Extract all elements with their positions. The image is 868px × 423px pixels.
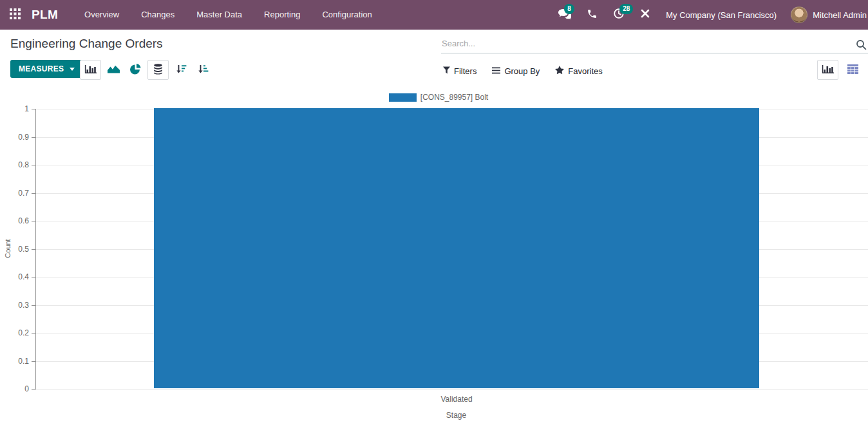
group-by-icon — [492, 66, 500, 76]
measures-button[interactable]: MEASURES — [10, 60, 83, 78]
measures-label: MEASURES — [19, 64, 64, 73]
search-icon[interactable] — [856, 39, 867, 53]
pivot-view-button[interactable] — [843, 61, 862, 80]
sort-ascending-icon — [198, 64, 209, 76]
y-tick-label: 0.8 — [18, 160, 29, 169]
sort-descending-icon — [176, 64, 187, 76]
y-tick-label: 0.7 — [18, 189, 29, 198]
view-switcher — [817, 60, 862, 80]
activities-badge: 28 — [619, 4, 633, 14]
y-tick-label: 0.1 — [18, 357, 29, 366]
favorites-label: Favorites — [568, 66, 602, 76]
group-by-button[interactable]: Group By — [492, 66, 540, 76]
y-tick-label: 0.5 — [18, 245, 29, 254]
bar-chart-type-button[interactable] — [80, 60, 101, 80]
group-by-label: Group By — [504, 66, 540, 76]
apps-menu-button[interactable] — [0, 0, 30, 30]
area-chart-icon — [107, 64, 120, 75]
search-bar — [441, 35, 868, 53]
y-tick-mark — [32, 165, 36, 165]
legend-swatch — [389, 93, 417, 102]
x-axis-title: Stage — [35, 411, 868, 420]
y-tick-mark — [32, 193, 36, 194]
control-panel: Engineering Change Orders — [0, 30, 868, 58]
search-input[interactable] — [441, 35, 850, 52]
y-tick-mark — [32, 137, 36, 138]
stacked-toggle-button[interactable] — [147, 60, 169, 80]
activities-button[interactable]: 28 — [605, 0, 632, 30]
y-tick-mark — [32, 277, 36, 277]
company-switcher[interactable]: My Company (San Francisco) — [666, 10, 777, 20]
y-axis-title: Count — [4, 239, 12, 258]
filters-label: Filters — [454, 66, 476, 76]
filter-funnel-icon — [443, 66, 450, 76]
menu-item-overview[interactable]: Overview — [73, 0, 130, 30]
filters-button[interactable]: Filters — [443, 66, 476, 76]
chart-type-buttons — [80, 60, 212, 80]
legend-label: [CONS_89957] Bolt — [420, 93, 488, 102]
messages-button[interactable]: 8 — [550, 0, 579, 30]
graph-view-icon — [822, 64, 834, 76]
gridline — [36, 389, 868, 390]
y-tick-mark — [32, 361, 36, 362]
y-tick-mark — [32, 249, 36, 250]
sort-ascending-button[interactable] — [193, 61, 212, 80]
systray: 8 28 My Company (San Franc — [550, 0, 868, 30]
apps-grid-icon — [10, 8, 21, 22]
tools-button[interactable] — [632, 0, 658, 30]
graph-toolbar: MEASURES — [0, 58, 868, 84]
page-title: Engineering Change Orders — [10, 37, 163, 51]
y-tick-mark — [32, 333, 36, 334]
menu-item-configuration[interactable]: Configuration — [311, 0, 382, 30]
user-name: Mitchell Admin — [813, 10, 867, 20]
y-tick-mark — [32, 305, 36, 306]
phone-icon — [587, 8, 598, 22]
y-tick-label: 0.4 — [18, 272, 29, 281]
y-tick-label: 0.6 — [18, 216, 29, 225]
user-menu[interactable]: Mitchell Admin — [791, 6, 868, 23]
line-chart-type-button[interactable] — [104, 61, 123, 80]
user-avatar — [791, 6, 807, 23]
app-brand[interactable]: PLM — [32, 8, 58, 22]
chart-legend-item[interactable]: [CONS_89957] Bolt — [0, 93, 868, 102]
pie-chart-icon — [130, 64, 141, 77]
messages-badge: 8 — [564, 4, 574, 14]
y-tick-label: 0 — [24, 384, 29, 393]
favorites-button[interactable]: Favorites — [555, 66, 602, 76]
bar-chart-icon — [84, 64, 97, 76]
chevron-down-icon — [70, 68, 75, 71]
top-navbar: PLM Overview Changes Master Data Reporti… — [0, 0, 868, 30]
y-tick-mark — [32, 389, 36, 390]
calls-button[interactable] — [579, 0, 605, 30]
search-options: Filters Group By Favorites — [443, 58, 603, 84]
y-tick-label: 1 — [24, 104, 29, 113]
main-menu: Overview Changes Master Data Reporting C… — [73, 0, 383, 30]
x-tick-label: Validated — [440, 395, 472, 404]
menu-item-reporting[interactable]: Reporting — [253, 0, 311, 30]
menu-item-master-data[interactable]: Master Data — [185, 0, 253, 30]
graph-view-button[interactable] — [817, 60, 838, 80]
sort-descending-button[interactable] — [171, 61, 191, 80]
pivot-table-icon — [847, 64, 858, 76]
y-tick-label: 0.2 — [18, 328, 29, 337]
plot-area: 00.10.20.30.40.50.60.70.80.91Validated — [35, 109, 868, 389]
y-tick-mark — [32, 221, 36, 221]
tools-icon — [640, 8, 650, 21]
menu-item-changes[interactable]: Changes — [130, 0, 185, 30]
bar[interactable] — [154, 108, 759, 388]
y-tick-mark — [32, 109, 36, 109]
pie-chart-type-button[interactable] — [126, 61, 145, 80]
star-icon — [555, 66, 564, 76]
bar-chart: [CONS_89957] Bolt Count 00.10.20.30.40.5… — [0, 84, 868, 423]
y-tick-label: 0.9 — [18, 133, 29, 142]
y-tick-label: 0.3 — [18, 301, 29, 310]
database-stack-icon — [153, 64, 163, 77]
